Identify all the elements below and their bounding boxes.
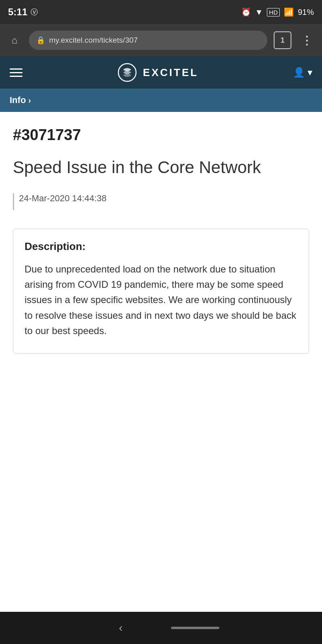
description-label: Description: — [25, 240, 297, 253]
battery-level: 91% — [298, 8, 314, 17]
status-time: 5:11 — [8, 6, 27, 18]
hamburger-line — [10, 68, 23, 70]
signal-icon: 📶 — [284, 7, 294, 17]
lock-icon: 🔒 — [36, 36, 45, 45]
status-left: 5:11 ⓥ — [8, 6, 38, 18]
breadcrumb-info-link[interactable]: Info › — [10, 95, 31, 105]
user-dropdown-icon: ▾ — [308, 67, 312, 78]
status-right: ⏰ ▼ HD 📶 91% — [241, 7, 314, 17]
user-icon: 👤 — [293, 67, 305, 78]
hamburger-line — [10, 76, 23, 77]
status-bar: 5:11 ⓥ ⏰ ▼ HD 📶 91% — [0, 0, 322, 24]
description-text: Due to unprecedented load on the network… — [25, 262, 297, 339]
user-account-area[interactable]: 👤 ▾ — [293, 67, 312, 78]
ticket-date: 24-Mar-2020 14:44:38 — [13, 193, 107, 210]
ticket-title: Speed Issue in the Core Network — [13, 157, 309, 179]
breadcrumb-chevron-icon: › — [28, 96, 31, 105]
excitel-logo-icon — [117, 62, 137, 83]
nav-header: EXCITEL 👤 ▾ — [0, 56, 322, 89]
browser-menu-button[interactable]: ⋮ — [298, 32, 316, 49]
carrier-icon: ⓥ — [31, 7, 38, 17]
url-text: my.excitel.com/tickets/307 — [49, 36, 138, 45]
home-button[interactable]: ⌂ — [6, 32, 23, 48]
hamburger-line — [10, 72, 23, 73]
wifi-icon: ▼ — [255, 8, 263, 17]
back-button[interactable]: ‹ — [103, 617, 138, 638]
breadcrumb-bar: Info › — [0, 89, 322, 112]
main-content: #3071737 Speed Issue in the Core Network… — [0, 112, 322, 612]
ticket-id: #3071737 — [13, 126, 309, 144]
tab-count-button[interactable]: 1 — [274, 31, 291, 49]
url-bar[interactable]: 🔒 my.excitel.com/tickets/307 — [29, 31, 267, 50]
home-pill[interactable] — [171, 627, 219, 629]
bottom-nav-bar: ‹ — [0, 612, 322, 644]
logo-text: EXCITEL — [143, 66, 198, 79]
logo-area: EXCITEL — [117, 62, 198, 83]
hamburger-menu-button[interactable] — [10, 68, 23, 77]
alarm-icon: ⏰ — [241, 7, 251, 17]
description-box: Description: Due to unprecedented load o… — [13, 229, 309, 354]
hd-icon: HD — [267, 8, 280, 17]
breadcrumb-label: Info — [10, 95, 26, 105]
browser-bar: ⌂ 🔒 my.excitel.com/tickets/307 1 ⋮ — [0, 24, 322, 56]
